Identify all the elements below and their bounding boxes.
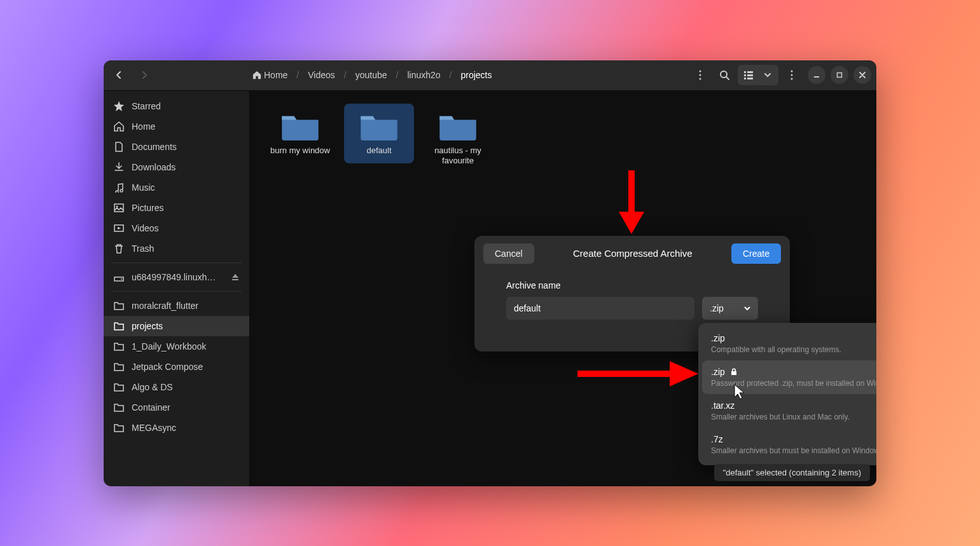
popover-item-desc: Smaller archives but must be installed o… [711,446,876,455]
breadcrumb-linuxh2o[interactable]: linuxh2o [403,67,444,83]
extension-popover: .zip Compatible with all operating syste… [698,323,876,465]
sidebar-item-container[interactable]: Container [104,397,249,418]
sidebar-item-music[interactable]: Music [104,177,249,198]
document-icon [114,142,124,152]
sidebar-item-label: Trash [132,243,154,254]
sidebar-item-label: Documents [132,142,177,152]
forward-button[interactable] [134,65,155,85]
close-icon [859,72,866,78]
file-grid[interactable]: burn my window default nautilus - my fav… [250,91,876,486]
folder-icon [114,402,124,413]
chevron-down-icon [744,305,750,311]
sidebar-item-trash[interactable]: Trash [104,238,249,259]
cancel-button[interactable]: Cancel [483,243,534,264]
archive-name-input[interactable] [506,297,694,320]
popover-item-title: .zip [711,367,725,377]
folder-icon [359,111,399,140]
folder-label: default [366,146,391,156]
eject-button[interactable] [231,273,239,281]
create-button[interactable]: Create [731,243,781,264]
chevron-down-icon [764,72,771,78]
sidebar-item-label: Container [132,402,170,413]
close-button[interactable] [853,66,871,84]
path-menu-button[interactable] [689,64,711,86]
hamburger-menu-button[interactable] [781,64,803,86]
breadcrumb-videos[interactable]: Videos [304,67,339,83]
sidebar-item-mount[interactable]: u684997849.linuxh… [104,267,249,287]
svg-point-2 [700,78,701,80]
popover-item-title: .7z [711,434,723,444]
picture-icon [114,203,124,213]
svg-rect-6 [744,74,746,76]
folder-icon [438,111,478,140]
folder-nautilus[interactable]: nautilus - my favourite [423,104,493,175]
breadcrumb-projects[interactable]: projects [457,67,495,83]
music-icon [114,182,124,193]
svg-point-12 [791,78,793,80]
sidebar-item-label: Jetpack Compose [132,362,203,372]
sidebar-item-starred[interactable]: Starred [104,96,249,116]
popover-item-tarxz[interactable]: .tar.xz Smaller archives but Linux and M… [702,394,876,428]
popover-item-desc: Compatible with all operating systems. [711,345,876,354]
folder-icon [114,362,124,372]
sidebar-item-algo[interactable]: Algo & DS [104,377,249,397]
dialog-header: Cancel Create Compressed Archive Create [474,236,790,271]
folder-icon [280,111,320,140]
star-icon [114,101,124,111]
folder-icon [114,382,124,392]
download-icon [114,162,124,172]
breadcrumb-label: Home [264,70,287,80]
folder-burn-my-window[interactable]: burn my window [265,104,335,164]
sidebar-item-label: Pictures [132,203,164,213]
sidebar-item-label: Videos [132,223,159,233]
arrow-down-annotation [612,167,651,237]
sidebar-item-label: Algo & DS [132,382,173,392]
minimize-button[interactable] [808,66,825,84]
sidebar-item-label: 1_Daily_Workbook [132,341,206,351]
sidebar-item-label: Starred [132,101,161,111]
view-dropdown-button[interactable] [758,66,777,84]
svg-rect-8 [744,78,746,79]
sidebar-item-documents[interactable]: Documents [104,137,249,157]
sidebar-item-downloads[interactable]: Downloads [104,157,249,177]
maximize-button[interactable] [831,66,848,84]
sidebar-item-label: MEGAsync [132,423,176,433]
sidebar-item-pictures[interactable]: Pictures [104,198,249,218]
sidebar-item-moralcraft[interactable]: moralcraft_flutter [104,296,249,316]
sidebar-item-home[interactable]: Home [104,116,249,137]
sidebar-divider [111,263,242,263]
popover-item-title: .tar.xz [711,400,735,411]
dialog-title: Create Compressed Archive [573,248,693,259]
folder-label: burn my window [270,146,330,156]
svg-point-10 [791,71,793,72]
drive-icon [114,272,124,282]
popover-item-zip-password[interactable]: .zip Password protected .zip, must be in… [702,360,876,394]
svg-point-0 [700,71,701,72]
sidebar-item-projects[interactable]: projects [104,316,249,336]
sidebar-item-jetpack[interactable]: Jetpack Compose [104,357,249,377]
svg-rect-14 [838,73,842,78]
breadcrumb-youtube[interactable]: youtube [352,67,391,83]
view-list-button[interactable] [739,66,758,84]
folder-label: nautilus - my favourite [427,146,489,167]
breadcrumbs: Home / Videos / youtube / linuxh2o / pro… [249,67,496,83]
file-manager-window: Home / Videos / youtube / linuxh2o / pro… [104,60,876,486]
sidebar-item-daily[interactable]: 1_Daily_Workbook [104,336,249,357]
popover-item-7z[interactable]: .7z Smaller archives but must be install… [702,428,876,461]
popover-item-zip[interactable]: .zip Compatible with all operating syste… [702,327,876,360]
search-button[interactable] [714,64,735,86]
svg-rect-13 [814,76,819,78]
input-row: .zip [506,297,758,320]
titlebar: Home / Videos / youtube / linuxh2o / pro… [104,60,876,91]
svg-rect-15 [114,204,123,212]
extension-dropdown[interactable]: .zip [702,297,758,320]
folder-default[interactable]: default [344,104,414,164]
sidebar-item-label: Music [132,182,155,193]
window-body: Starred Home Documents Downloads Music P… [104,91,876,486]
sidebar-item-videos[interactable]: Videos [104,218,249,238]
extension-label: .zip [710,303,724,313]
sidebar-item-mega[interactable]: MEGAsync [104,418,249,438]
back-button[interactable] [109,65,129,85]
sidebar-item-label: Downloads [132,162,176,172]
breadcrumb-home[interactable]: Home [249,67,291,83]
